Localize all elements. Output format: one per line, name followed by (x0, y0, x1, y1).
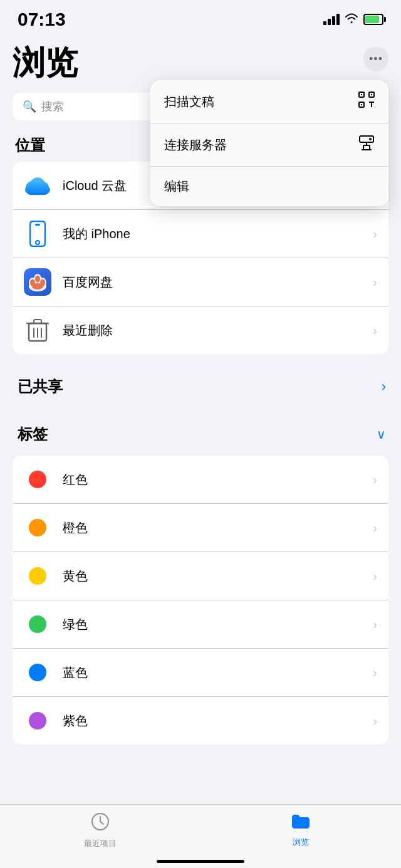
tab-recent[interactable]: 最近项目 (0, 812, 200, 849)
tag-red[interactable]: 红色 › (13, 456, 388, 504)
tags-collapse-icon: ∨ (377, 427, 386, 442)
svg-rect-3 (361, 94, 362, 95)
status-bar: 07:13 (0, 0, 401, 35)
myiphone-chevron: › (373, 227, 377, 241)
myiphone-item[interactable]: 我的 iPhone › (13, 210, 388, 258)
more-icon: ••• (369, 53, 383, 66)
blue-dot-icon (24, 659, 51, 686)
baidu-icon (24, 268, 51, 296)
edit-label: 编辑 (164, 178, 189, 195)
svg-point-9 (369, 138, 372, 140)
baidu-chevron: › (373, 275, 377, 290)
scan-icon (358, 92, 375, 112)
tag-purple-label: 紫色 (63, 713, 373, 729)
orange-dot-icon (24, 514, 51, 541)
tags-header[interactable]: 标签 ∨ (13, 419, 388, 449)
tab-bar: 最近项目 浏览 (0, 804, 401, 868)
svg-point-28 (35, 276, 40, 283)
server-icon (358, 135, 375, 155)
svg-point-21 (36, 241, 39, 244)
svg-rect-5 (361, 104, 362, 105)
shared-section[interactable]: 已共享 › (13, 372, 388, 402)
tag-green-label: 绿色 (63, 616, 373, 633)
tags-title: 标签 (15, 424, 48, 444)
dropdown-menu: 扫描文稿 连接服务器 (150, 80, 388, 206)
tag-orange-chevron: › (373, 521, 377, 535)
clock-icon (91, 812, 110, 835)
red-dot-icon (24, 466, 51, 493)
status-time: 07:13 (18, 9, 66, 30)
tag-orange-label: 橙色 (63, 520, 373, 536)
dropdown-scan[interactable]: 扫描文稿 (150, 80, 388, 123)
tag-orange[interactable]: 橙色 › (13, 504, 388, 552)
battery-icon (363, 14, 383, 25)
tag-yellow-label: 黄色 (63, 568, 373, 585)
svg-line-38 (100, 822, 103, 824)
signal-icon (323, 14, 340, 25)
trash-icon (24, 316, 51, 344)
shared-chevron: › (382, 379, 386, 395)
tag-red-label: 红色 (63, 471, 373, 488)
svg-rect-4 (371, 94, 372, 95)
status-icons (323, 13, 383, 27)
tab-recent-label: 最近项目 (84, 838, 117, 849)
recently-deleted-item[interactable]: 最近删除 › (13, 306, 388, 354)
page-title: 浏览 (13, 41, 78, 85)
yellow-dot-icon (24, 562, 51, 590)
tag-red-chevron: › (373, 473, 377, 487)
svg-rect-32 (34, 320, 41, 323)
wifi-icon (345, 13, 358, 27)
tag-purple-chevron: › (373, 714, 377, 728)
tag-green[interactable]: 绿色 › (13, 600, 388, 649)
shared-title: 已共享 (15, 377, 63, 397)
green-dot-icon (24, 610, 51, 638)
svg-point-18 (30, 177, 45, 192)
svg-point-29 (32, 283, 43, 290)
purple-dot-icon (24, 707, 51, 735)
recently-deleted-label: 最近删除 (63, 322, 373, 339)
search-placeholder: 搜索 (41, 99, 64, 114)
baidu-item[interactable]: 百度网盘 › (13, 258, 388, 306)
tab-browse[interactable]: 浏览 (200, 812, 401, 849)
folder-icon (291, 812, 311, 834)
home-indicator (157, 860, 244, 863)
tags-list: 红色 › 橙色 › 黄色 › 绿色 › (13, 456, 388, 745)
main-content: 浏览 ••• 扫描文稿 连接服务器 (0, 35, 401, 745)
more-button[interactable]: ••• (363, 46, 388, 71)
tag-purple[interactable]: 紫色 › (13, 697, 388, 745)
tag-blue[interactable]: 蓝色 › (13, 649, 388, 697)
svg-rect-20 (35, 224, 40, 226)
tab-browse-label: 浏览 (293, 837, 309, 848)
dropdown-edit[interactable]: 编辑 (150, 167, 388, 206)
recently-deleted-chevron: › (373, 323, 377, 338)
server-label: 连接服务器 (164, 137, 227, 154)
tag-yellow-chevron: › (373, 569, 377, 583)
dropdown-server[interactable]: 连接服务器 (150, 123, 388, 167)
scan-label: 扫描文稿 (164, 93, 214, 110)
tag-yellow[interactable]: 黄色 › (13, 552, 388, 600)
tag-blue-chevron: › (373, 666, 377, 680)
icloud-icon (24, 172, 51, 199)
tag-blue-label: 蓝色 (63, 664, 373, 681)
tag-green-chevron: › (373, 617, 377, 632)
search-icon: 🔍 (23, 100, 36, 113)
baidu-label: 百度网盘 (63, 274, 373, 291)
iphone-icon (24, 220, 51, 248)
myiphone-label: 我的 iPhone (63, 226, 373, 243)
